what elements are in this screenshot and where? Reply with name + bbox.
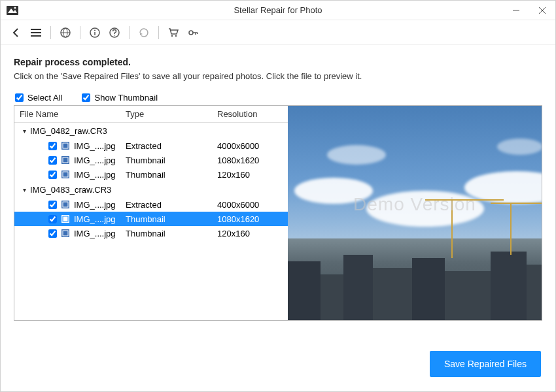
column-filename[interactable]: File Name xyxy=(20,109,126,119)
back-button[interactable] xyxy=(7,24,26,42)
tree-group-row[interactable]: ▾IMG_0483_craw.CR3 xyxy=(14,182,288,197)
file-type: Thumbnail xyxy=(126,229,217,238)
select-all-input[interactable] xyxy=(15,93,24,102)
file-checkbox[interactable] xyxy=(48,229,57,238)
separator xyxy=(50,26,51,39)
file-name: IMG_....jpg xyxy=(74,155,116,165)
content-area: Repair process completed. Click on the '… xyxy=(1,45,555,326)
help-button[interactable] xyxy=(105,24,124,42)
file-checkbox[interactable] xyxy=(48,142,57,150)
file-name: IMG_....jpg xyxy=(74,214,116,224)
cart-button[interactable] xyxy=(164,24,182,42)
file-row[interactable]: IMG_....jpgThumbnail120x160 xyxy=(14,167,288,182)
save-repaired-files-button[interactable]: Save Repaired Files xyxy=(430,351,541,377)
file-resolution: 4000x6000 xyxy=(217,141,288,151)
svg-point-13 xyxy=(94,29,96,31)
file-name: IMG_....jpg xyxy=(74,229,116,238)
svg-point-20 xyxy=(189,31,193,35)
app-icon xyxy=(5,3,20,18)
tree-group-row[interactable]: ▾IMG_0482_raw.CR3 xyxy=(14,123,288,139)
file-type: Thumbnail xyxy=(126,155,217,165)
file-checkbox[interactable] xyxy=(48,156,57,165)
group-name: IMG_0483_craw.CR3 xyxy=(29,185,111,195)
svg-marker-17 xyxy=(140,33,143,35)
file-row[interactable]: IMG_....jpgThumbnail1080x1620 xyxy=(14,153,288,167)
chevron-down-icon: ▾ xyxy=(20,186,29,193)
file-resolution: 120x160 xyxy=(217,170,288,180)
separator xyxy=(80,26,80,39)
file-checkbox[interactable] xyxy=(48,215,57,223)
column-type[interactable]: Type xyxy=(126,109,217,119)
column-resolution[interactable]: Resolution xyxy=(217,109,288,119)
status-subheading: Click on the 'Save Repaired Files' to sa… xyxy=(14,71,542,81)
key-button[interactable] xyxy=(184,24,202,42)
group-name: IMG_0482_raw.CR3 xyxy=(29,126,107,136)
refresh-button[interactable] xyxy=(135,24,153,42)
preview-image: Demo Version xyxy=(288,106,542,320)
file-row[interactable]: IMG_....jpgExtracted4000x6000 xyxy=(14,139,288,153)
preview-pane[interactable]: Demo Version xyxy=(288,106,542,320)
svg-rect-33 xyxy=(63,216,68,221)
file-row[interactable]: IMG_....jpgThumbnail120x160 xyxy=(14,226,288,240)
file-type: Thumbnail xyxy=(126,214,217,224)
file-row[interactable]: IMG_....jpgExtracted4000x6000 xyxy=(14,197,288,212)
footer: Save Repaired Files xyxy=(430,351,541,377)
status-heading: Repair process completed. xyxy=(14,57,542,67)
titlebar: Stellar Repair for Photo xyxy=(1,1,555,20)
file-tree[interactable]: File Name Type Resolution ▾IMG_0482_raw.… xyxy=(14,106,288,320)
window-title: Stellar Repair for Photo xyxy=(1,5,555,15)
separator xyxy=(158,26,159,39)
show-thumbnail-input[interactable] xyxy=(82,93,90,102)
separator xyxy=(129,26,130,39)
file-row[interactable]: IMG_....jpgThumbnail1080x1620 xyxy=(14,212,288,226)
info-button[interactable] xyxy=(86,24,104,42)
tree-body: ▾IMG_0482_raw.CR3IMG_....jpgExtracted400… xyxy=(14,123,288,240)
file-name: IMG_....jpg xyxy=(74,141,116,151)
file-resolution: 1080x1620 xyxy=(217,214,288,224)
image-file-icon xyxy=(61,214,70,223)
file-type: Thumbnail xyxy=(126,170,217,180)
select-all-checkbox[interactable]: Select All xyxy=(15,93,62,103)
file-name: IMG_....jpg xyxy=(74,200,116,210)
image-file-icon xyxy=(61,200,70,209)
svg-point-16 xyxy=(114,35,115,36)
file-type: Extracted xyxy=(126,200,217,210)
svg-point-18 xyxy=(171,35,173,36)
file-resolution: 4000x6000 xyxy=(217,200,288,210)
show-thumbnail-checkbox[interactable]: Show Thumbnail xyxy=(82,93,158,103)
toolbar xyxy=(1,20,555,45)
image-file-icon xyxy=(61,155,70,165)
file-name: IMG_....jpg xyxy=(74,170,116,180)
svg-point-19 xyxy=(175,35,177,36)
show-thumbnail-label: Show Thumbnail xyxy=(94,93,158,103)
file-resolution: 1080x1620 xyxy=(217,155,288,165)
image-file-icon xyxy=(61,170,70,179)
options-row: Select All Show Thumbnail xyxy=(14,93,542,103)
results-panel: File Name Type Resolution ▾IMG_0482_raw.… xyxy=(14,105,542,321)
file-resolution: 120x160 xyxy=(217,229,288,238)
svg-point-2 xyxy=(14,7,16,8)
file-type: Extracted xyxy=(126,141,217,151)
image-file-icon xyxy=(61,229,70,238)
chevron-down-icon: ▾ xyxy=(20,127,29,135)
tree-header: File Name Type Resolution xyxy=(14,106,288,123)
minimize-button[interactable] xyxy=(503,1,529,20)
window-controls xyxy=(503,1,555,20)
file-checkbox[interactable] xyxy=(48,171,57,179)
menu-button[interactable] xyxy=(27,24,45,42)
select-all-label: Select All xyxy=(27,93,62,103)
file-checkbox[interactable] xyxy=(48,201,57,209)
language-button[interactable] xyxy=(56,24,75,42)
image-file-icon xyxy=(61,141,70,150)
close-button[interactable] xyxy=(529,1,555,20)
